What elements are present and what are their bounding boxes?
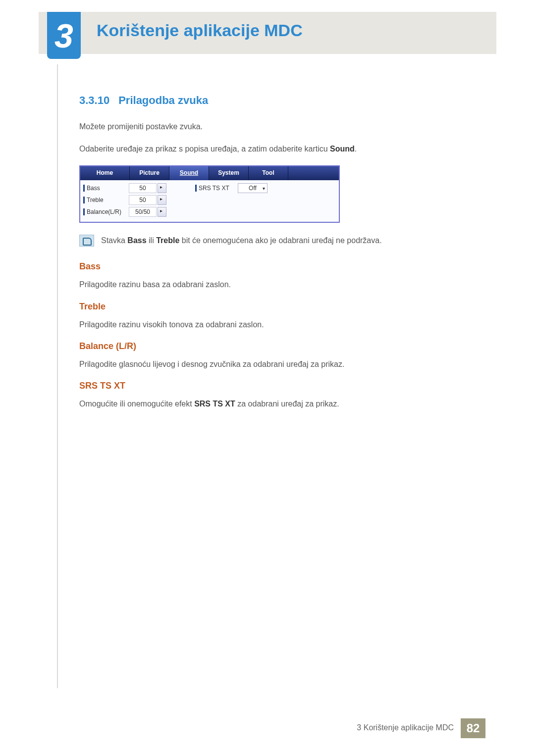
dropdown-srs[interactable]: Off — [238, 183, 268, 193]
panel-col-right: SRS TS XT Off — [192, 180, 339, 222]
step-bass[interactable] — [158, 183, 166, 193]
intro-p2-b: Sound — [330, 145, 355, 153]
note-b2: Treble — [156, 236, 179, 245]
tab-tool[interactable]: Tool — [249, 166, 288, 180]
note-b1: Bass — [127, 236, 146, 245]
heading-srs: SRS TS XT — [79, 381, 456, 391]
step-balance[interactable] — [158, 207, 166, 217]
para-srs-b: SRS TS XT — [194, 400, 235, 408]
tab-picture[interactable]: Picture — [130, 166, 169, 180]
para-treble: Prilagodite razinu visokih tonova za oda… — [79, 319, 456, 330]
section-number: 3.3.10 — [79, 94, 109, 106]
tab-spacer — [288, 166, 339, 180]
para-balance: Prilagodite glasnoću lijevog i desnog zv… — [79, 358, 456, 370]
para-srs-a: Omogućite ili onemogućite efekt — [79, 400, 194, 408]
intro-p2: Odaberite uređaje za prikaz s popisa ure… — [79, 143, 456, 154]
label-srs: SRS TS XT — [195, 185, 235, 192]
sound-panel: Home Picture Sound System Tool Bass 50 T… — [79, 165, 340, 223]
note-text: Stavka Bass ili Treble bit će onemogućen… — [101, 235, 382, 246]
footer-page: 82 — [461, 718, 485, 738]
note-a: Stavka — [101, 236, 127, 245]
row-bass: Bass 50 — [83, 183, 189, 193]
content: 3.3.10Prilagodba zvuka Možete promijenit… — [79, 94, 456, 420]
page: 3 Korištenje aplikacije MDC 3.3.10Prilag… — [0, 0, 535, 756]
footer-text: 3 Korištenje aplikacije MDC — [357, 723, 454, 732]
intro-p1: Možete promijeniti postavke zvuka. — [79, 121, 456, 132]
section-title: 3.3.10Prilagodba zvuka — [79, 94, 456, 107]
label-balance: Balance(L/R) — [83, 208, 129, 215]
step-treble[interactable] — [158, 195, 166, 205]
note-icon — [79, 235, 94, 247]
tab-home[interactable]: Home — [80, 166, 130, 180]
tab-system[interactable]: System — [209, 166, 249, 180]
chapter-number: 3 — [54, 16, 73, 55]
row-srs: SRS TS XT Off — [195, 183, 336, 193]
chapter-title: Korištenje aplikacije MDC — [97, 21, 303, 40]
row-treble: Treble 50 — [83, 195, 189, 205]
value-balance[interactable]: 50/50 — [129, 207, 157, 217]
label-bass: Bass — [83, 185, 129, 192]
heading-balance: Balance (L/R) — [79, 341, 456, 352]
heading-bass: Bass — [79, 261, 456, 272]
heading-treble: Treble — [79, 302, 456, 312]
tab-bar: Home Picture Sound System Tool — [80, 166, 339, 180]
para-srs-c: za odabrani uređaj za prikaz. — [235, 400, 339, 408]
intro-p2-c: . — [355, 145, 357, 153]
left-rule — [57, 64, 58, 688]
panel-body: Bass 50 Treble 50 Balance(L/R) 50/50 — [80, 180, 339, 222]
note: Stavka Bass ili Treble bit će onemogućen… — [79, 235, 456, 247]
para-bass: Prilagodite razinu basa za odabrani zasl… — [79, 279, 456, 290]
panel-col-left: Bass 50 Treble 50 Balance(L/R) 50/50 — [80, 180, 192, 222]
intro-p2-a: Odaberite uređaje za prikaz s popisa ure… — [79, 145, 330, 153]
section-name: Prilagodba zvuka — [118, 94, 208, 106]
label-treble: Treble — [83, 197, 129, 203]
note-c: bit će onemogućena ako je odabrani uređa… — [179, 236, 381, 245]
value-bass[interactable]: 50 — [129, 183, 157, 193]
note-mid: ili — [147, 236, 157, 245]
tab-sound[interactable]: Sound — [169, 166, 209, 180]
footer: 3 Korištenje aplikacije MDC 82 — [0, 718, 535, 738]
para-srs: Omogućite ili onemogućite efekt SRS TS X… — [79, 398, 456, 409]
value-treble[interactable]: 50 — [129, 195, 157, 205]
row-balance: Balance(L/R) 50/50 — [83, 207, 189, 217]
chapter-box: 3 — [47, 12, 81, 59]
